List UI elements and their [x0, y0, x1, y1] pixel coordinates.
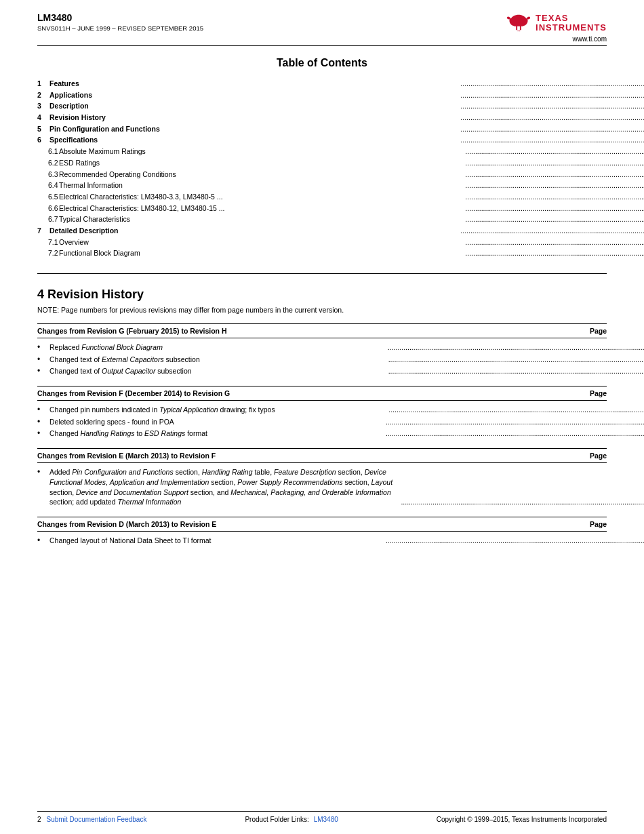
footer-product-link[interactable]: LM3480	[314, 816, 338, 823]
revision-g-to-h: Changes from Revision G (February 2015) …	[37, 323, 607, 376]
section4-note: NOTE: Page numbers for previous revision…	[37, 306, 607, 314]
toc-item-6-1: 6.1 Absolute Maximum Ratings 4	[37, 146, 644, 157]
page: LM3480 SNVS011H – JUNE 1999 – REVISED SE…	[0, 0, 644, 834]
revision-f-g-label: Changes from Revision F (December 2014) …	[37, 389, 230, 397]
toc-label: Features	[49, 79, 458, 89]
toc-dots	[460, 135, 644, 145]
toc-sub-num: 6.1	[37, 146, 59, 157]
revision-d-e-label: Changes from Revision D (March 2013) to …	[37, 520, 216, 528]
toc-item-6-4: 6.4 Thermal Information 4	[37, 180, 644, 191]
revision-dots	[388, 366, 644, 376]
toc-num: 2	[37, 90, 49, 100]
toc-dots	[465, 180, 644, 191]
page-header: LM3480 SNVS011H – JUNE 1999 – REVISED SE…	[37, 12, 607, 43]
toc-num: 5	[37, 124, 49, 134]
toc-title: Table of Contents	[37, 57, 607, 69]
toc-dots	[465, 248, 644, 258]
toc-container: 1 Features 1 2 Applications 1 3 Descript…	[37, 79, 607, 260]
bullet-icon: •	[37, 366, 49, 376]
toc-dots	[460, 79, 644, 89]
toc-sub-num: 7.2	[37, 248, 59, 258]
revision-e-f-header: Changes from Revision E (March 2013) to …	[37, 448, 607, 463]
toc-num: 3	[37, 101, 49, 111]
bullet-icon: •	[37, 355, 49, 364]
toc-dots	[460, 124, 644, 134]
toc-label: Specifications	[49, 135, 458, 145]
ti-logo-icon: ™	[506, 12, 531, 34]
revision-desc: Added Pin Configuration and Functions se…	[49, 467, 399, 507]
bullet-icon: •	[37, 467, 49, 477]
revision-g-h-header: Changes from Revision G (February 2015) …	[37, 323, 607, 338]
toc-item-6-2: 6.2 ESD Ratings 4	[37, 158, 644, 168]
toc-sub-num: 7.1	[37, 237, 59, 247]
revision-desc: Deleted soldering specs - found in POA	[49, 417, 384, 427]
footer-page-number: 2	[37, 816, 41, 823]
footer-inner: 2 Submit Documentation Feedback Product …	[37, 816, 607, 823]
toc-item-6-7: 6.7 Typical Characteristics 7	[37, 214, 644, 224]
toc-num: 6	[37, 135, 49, 145]
revision-text: Deleted soldering specs - found in POA 4	[49, 417, 644, 427]
toc-sub-num: 6.2	[37, 158, 59, 168]
toc-item-2: 2 Applications 1	[37, 90, 644, 100]
revision-dots	[386, 429, 644, 439]
section4-heading: Revision History	[47, 287, 144, 301]
revision-item: • Changed pin numbers indicated in Typic…	[37, 405, 607, 415]
revision-f-g-header: Changes from Revision F (December 2014) …	[37, 386, 607, 401]
submit-feedback-link[interactable]: Submit Documentation Feedback	[47, 816, 147, 823]
revision-text: Changed text of External Capacitors subs…	[49, 355, 644, 365]
toc-dots	[465, 192, 644, 202]
revision-g-h-page-label: Page	[590, 327, 607, 335]
revision-dots	[386, 417, 644, 427]
revision-f-to-g: Changes from Revision F (December 2014) …	[37, 386, 607, 439]
toc-label: Applications	[49, 90, 458, 100]
toc-left-column: 1 Features 1 2 Applications 1 3 Descript…	[37, 79, 644, 260]
toc-dots	[460, 226, 644, 236]
revision-d-to-e: Changes from Revision D (March 2013) to …	[37, 517, 607, 546]
bullet-icon: •	[37, 536, 49, 545]
toc-label: Functional Block Diagram	[59, 248, 463, 258]
toc-sub-num: 6.6	[37, 203, 59, 214]
revision-dots	[388, 342, 644, 353]
bullet-icon: •	[37, 342, 49, 352]
toc-label: Detailed Description	[49, 226, 458, 236]
bullet-icon: •	[37, 429, 49, 438]
revision-e-to-f: Changes from Revision E (March 2013) to …	[37, 448, 607, 507]
toc-dots	[465, 146, 644, 157]
header-divider	[37, 45, 607, 46]
toc-sub-num: 6.7	[37, 214, 59, 224]
toc-num: 7	[37, 226, 49, 236]
revision-e-f-label: Changes from Revision E (March 2013) to …	[37, 452, 216, 460]
toc-item-6-5: 6.5 Electrical Characteristics: LM3480-3…	[37, 192, 644, 202]
bullet-icon: •	[37, 417, 49, 426]
toc-dots	[465, 203, 644, 214]
revision-item: • Changed text of External Capacitors su…	[37, 355, 607, 365]
footer-product-links: Product Folder Links: LM3480	[245, 816, 338, 823]
section4-title: 4 Revision History	[37, 287, 607, 302]
revision-desc: Changed text of External Capacitors subs…	[49, 355, 387, 365]
toc-dots	[465, 170, 644, 180]
toc-label: Overview	[59, 237, 463, 247]
revision-text: Changed text of Output Capacitor subsect…	[49, 366, 644, 376]
revision-text: Added Pin Configuration and Functions se…	[49, 467, 644, 507]
revision-item: • Changed text of Output Capacitor subse…	[37, 366, 607, 376]
svg-text:™: ™	[517, 30, 521, 33]
revision-f-g-page-label: Page	[590, 389, 607, 397]
footer-copyright: Copyright © 1999–2015, Texas Instruments…	[437, 816, 607, 823]
toc-item-4: 4 Revision History 2	[37, 113, 644, 123]
revision-item: • Replaced Functional Block Diagram 10	[37, 342, 607, 353]
toc-label: Thermal Information	[59, 180, 463, 191]
toc-item-6-6: 6.6 Electrical Characteristics: LM3480-1…	[37, 203, 644, 214]
revision-text: Changed Handling Ratings to ESD Ratings …	[49, 429, 644, 439]
toc-item-1: 1 Features 1	[37, 79, 644, 89]
ti-logo: ™ TEXASINSTRUMENTS	[506, 12, 607, 34]
toc-label: Pin Configuration and Functions	[49, 124, 458, 134]
revision-text: Changed pin numbers indicated in Typical…	[49, 405, 644, 415]
revision-d-e-page-label: Page	[590, 520, 607, 528]
toc-label: ESD Ratings	[59, 158, 463, 168]
revision-g-h-label: Changes from Revision G (February 2015) …	[37, 327, 227, 335]
toc-item-7-2: 7.2 Functional Block Diagram 10	[37, 248, 644, 258]
toc-label: Revision History	[49, 113, 458, 123]
revision-item: • Changed Handling Ratings to ESD Rating…	[37, 429, 607, 439]
toc-item-7-1: 7.1 Overview 10	[37, 237, 644, 247]
revision-e-f-page-label: Page	[590, 452, 607, 460]
